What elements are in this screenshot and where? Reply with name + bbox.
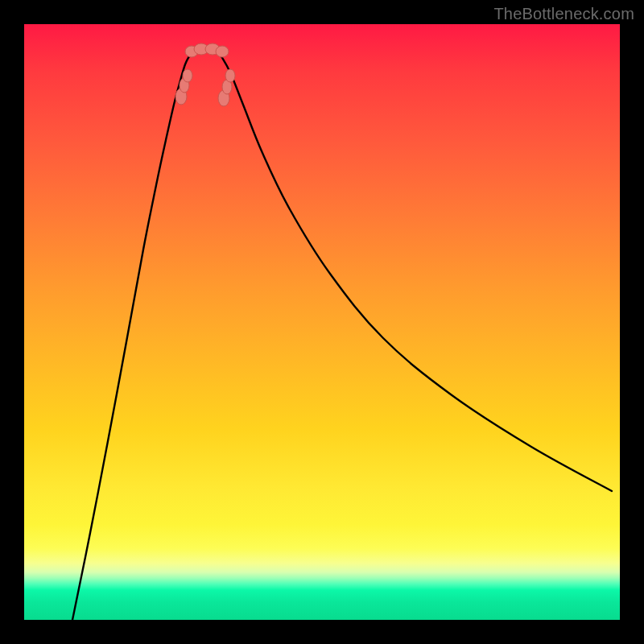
plot-area [24, 24, 620, 620]
valley-marker-2 [183, 69, 192, 82]
bottleneck-curve [24, 24, 620, 620]
curve-left-branch [72, 56, 189, 620]
valley-marker-5 [225, 69, 235, 82]
watermark-text: TheBottleneck.com [493, 5, 634, 23]
curve-right-branch [221, 56, 612, 491]
chart-frame: TheBottleneck.com [0, 0, 644, 644]
valley-marker-9 [216, 46, 229, 57]
